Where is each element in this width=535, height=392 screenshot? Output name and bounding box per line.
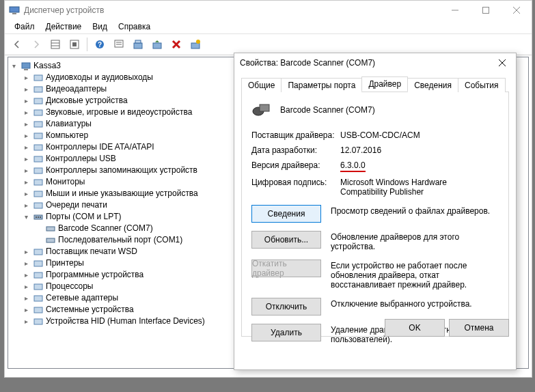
tree-category-label: Поставщик печати WSD — [46, 246, 137, 257]
svg-rect-45 — [34, 272, 42, 278]
dialog-close-button[interactable] — [494, 55, 510, 71]
tab-page-driver: Barcode Scanner (COM7) Поставщик драйвер… — [241, 92, 509, 337]
expand-icon[interactable]: ▸ — [22, 304, 31, 316]
minimize-button[interactable] — [439, 1, 470, 20]
expand-icon[interactable]: ▸ — [22, 95, 31, 107]
toolbar-uninstall-icon[interactable] — [187, 36, 204, 53]
expand-icon[interactable]: ▸ — [22, 176, 31, 188]
category-icon — [33, 247, 44, 257]
expand-icon[interactable]: ▸ — [22, 269, 31, 281]
toolbar-update-icon[interactable] — [149, 36, 165, 53]
tab-details[interactable]: Сведения — [407, 78, 458, 92]
expand-icon[interactable]: ▸ — [22, 72, 31, 83]
category-icon — [33, 119, 44, 130]
tree-category-label: Видеоадаптеры — [46, 83, 107, 95]
tab-driver[interactable]: Драйвер — [361, 76, 408, 92]
category-icon — [33, 154, 44, 165]
svg-rect-34 — [34, 180, 42, 185]
dialog-titlebar: Свойства: Barcode Scanner (COM7) — [234, 53, 516, 72]
update-driver-button[interactable]: Обновить... — [251, 231, 321, 249]
toolbar-help-icon[interactable]: ? — [92, 36, 108, 53]
svg-rect-3 — [482, 8, 489, 14]
menu-file[interactable]: Файл — [9, 20, 40, 33]
expand-icon[interactable]: ▸ — [22, 130, 31, 141]
svg-rect-32 — [34, 156, 42, 162]
tree-category-label: Контроллеры IDE ATA/ATAPI — [46, 141, 154, 153]
expand-icon[interactable]: ▸ — [22, 292, 31, 304]
svg-rect-25 — [34, 75, 42, 81]
expand-icon[interactable]: ▸ — [22, 107, 31, 118]
svg-rect-53 — [260, 104, 269, 111]
expand-icon[interactable]: ▸ — [22, 246, 31, 257]
category-icon — [33, 281, 44, 292]
svg-rect-48 — [34, 307, 42, 313]
expand-icon[interactable]: ▸ — [22, 141, 31, 153]
svg-rect-18 — [153, 43, 161, 48]
tab-port-settings[interactable]: Параметры порта — [281, 78, 362, 92]
expand-icon[interactable]: ▸ — [22, 257, 31, 269]
update-driver-desc: Обновление драйверов для этого устройств… — [331, 231, 499, 251]
svg-point-22 — [196, 40, 200, 44]
menu-view[interactable]: Вид — [87, 20, 113, 33]
category-icon — [33, 165, 44, 176]
rollback-driver-button[interactable]: Откатить драйвер — [251, 260, 321, 277]
maximize-button[interactable] — [470, 1, 501, 20]
toolbar-forward-icon[interactable] — [28, 36, 44, 53]
tree-category-label: Мониторы — [46, 176, 85, 188]
category-icon — [33, 200, 44, 211]
expand-icon[interactable]: ▸ — [22, 188, 31, 199]
tab-general[interactable]: Общие — [241, 78, 282, 92]
expand-icon[interactable]: ▸ — [22, 83, 31, 95]
svg-rect-28 — [34, 110, 42, 115]
tab-events[interactable]: События — [458, 78, 506, 92]
toolbar-back-icon[interactable] — [9, 36, 25, 53]
expand-icon[interactable]: ▸ — [22, 199, 31, 211]
svg-rect-49 — [34, 319, 42, 324]
value-version: 6.3.0.0 — [340, 160, 366, 172]
label-signature: Цифровая подпись: — [251, 178, 340, 197]
tree-category-label: Клавиатуры — [46, 118, 92, 130]
svg-rect-29 — [34, 122, 42, 127]
category-icon — [33, 316, 44, 327]
device-manager-window: Диспетчер устройств Файл Действие Вид Сп… — [4, 0, 532, 378]
toolbar-properties-icon[interactable] — [66, 36, 83, 53]
expand-icon[interactable]: ▸ — [22, 165, 31, 176]
expand-icon[interactable]: ▸ — [22, 316, 31, 327]
ok-button[interactable]: OK — [385, 319, 445, 337]
computer-icon — [20, 61, 31, 72]
label-version: Версия драйвера: — [251, 160, 340, 172]
close-button[interactable] — [501, 1, 532, 20]
uninstall-button[interactable]: Удалить — [251, 324, 321, 341]
expand-icon[interactable]: ▸ — [22, 281, 31, 292]
expand-icon[interactable]: ▸ — [22, 153, 31, 165]
tree-root-label: Kassa3 — [33, 60, 61, 72]
dialog-title: Свойства: Barcode Scanner (COM7) — [240, 58, 494, 68]
menu-help[interactable]: Справка — [113, 20, 156, 33]
toolbar-disable-icon[interactable] — [168, 36, 184, 53]
category-icon — [33, 188, 44, 199]
collapse-icon[interactable]: ▾ — [10, 60, 18, 72]
tree-category-label: Звуковые, игровые и видеоустройства — [46, 107, 192, 118]
expand-icon[interactable]: ▸ — [22, 118, 31, 130]
disable-button[interactable]: Отключить — [251, 298, 321, 316]
svg-rect-46 — [34, 284, 42, 290]
toolbar-listprops-icon[interactable] — [111, 36, 127, 53]
tree-category-label: Устройства HID (Human Interface Devices) — [46, 316, 205, 327]
device-icon — [251, 102, 273, 118]
tree-category-label: Очереди печати — [46, 199, 107, 211]
menu-action[interactable]: Действие — [40, 20, 87, 33]
svg-rect-10 — [72, 42, 77, 46]
port-icon — [45, 235, 56, 246]
svg-rect-43 — [34, 249, 42, 255]
collapse-icon[interactable]: ▾ — [22, 211, 31, 223]
driver-details-button[interactable]: Сведения — [251, 205, 321, 223]
toolbar-showall-icon[interactable] — [47, 36, 64, 53]
category-icon — [33, 270, 44, 281]
svg-rect-33 — [34, 168, 42, 173]
cancel-button[interactable]: Отмена — [449, 319, 509, 337]
toolbar-scan-icon[interactable] — [130, 36, 146, 53]
svg-point-40 — [40, 216, 41, 218]
tree-category-label: Мыши и иные указывающие устройства — [46, 188, 198, 199]
svg-rect-6 — [51, 40, 59, 48]
svg-rect-31 — [34, 145, 42, 150]
